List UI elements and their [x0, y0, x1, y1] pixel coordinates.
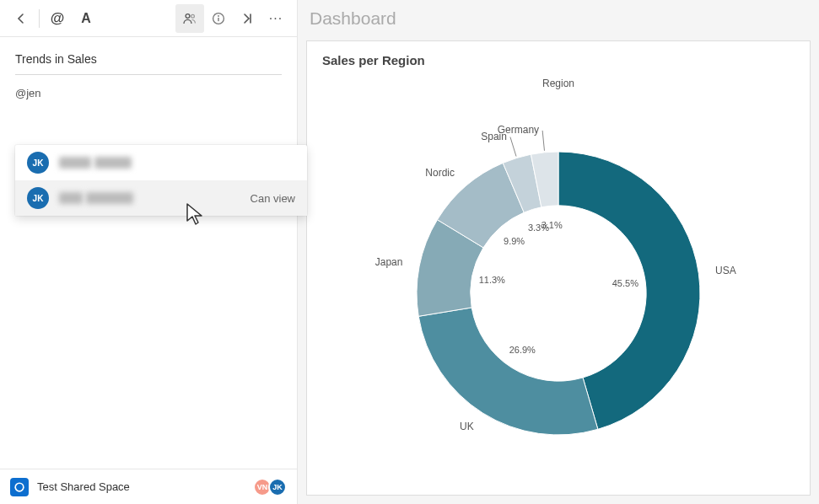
pct-label: 11.3% — [479, 275, 505, 285]
panel-body: Trends in Sales @jen JKJKCan view — [0, 37, 297, 469]
mention-suggestion[interactable]: JKCan view — [15, 180, 307, 216]
back-button[interactable] — [7, 4, 35, 33]
chart-title: Sales per Region — [322, 53, 795, 67]
left-panel: @ A ··· Trends in Sales @jen — [0, 0, 298, 504]
pct-label: 26.9% — [509, 345, 536, 355]
mention-input[interactable]: @jen — [15, 87, 282, 99]
donut-chart[interactable]: 45.5%USA26.9%UK11.3%Japan9.9%Nordic3.3%S… — [322, 74, 795, 470]
mention-suggestion[interactable]: JK — [15, 145, 307, 180]
permission-label: Can view — [251, 192, 295, 205]
chart-segment[interactable] — [418, 308, 598, 435]
people-button[interactable] — [175, 4, 204, 33]
segment-label: Nordic — [425, 167, 455, 179]
left-toolbar: @ A ··· — [0, 0, 297, 37]
skip-end-icon — [241, 13, 253, 24]
segment-label: UK — [460, 421, 474, 432]
mention-button[interactable]: @ — [43, 4, 72, 33]
svg-rect-4 — [218, 18, 218, 21]
space-badge-icon — [13, 481, 25, 493]
svg-point-3 — [218, 15, 219, 17]
chevron-left-icon — [15, 13, 27, 24]
page-title: Dashboard — [298, 0, 819, 37]
pct-label: 9.9% — [504, 236, 525, 246]
svg-point-1 — [191, 14, 195, 18]
right-panel: Dashboard Sales per Region Region 45.5%U… — [298, 0, 819, 504]
pct-label: 3.1% — [542, 220, 563, 230]
chart-card: Sales per Region Region 45.5%USA26.9%UK1… — [306, 40, 811, 496]
avatar: JK — [27, 152, 49, 174]
svg-point-0 — [186, 13, 190, 18]
footer: Test Shared Space VNJK — [0, 469, 297, 504]
segment-label: Germany — [498, 124, 539, 136]
more-button[interactable]: ··· — [261, 4, 290, 33]
suggestion-name-redacted — [59, 192, 251, 204]
space-icon[interactable] — [10, 478, 29, 496]
pct-label: 45.5% — [612, 278, 638, 288]
leader-line — [542, 131, 544, 151]
toolbar-separator — [39, 9, 40, 28]
skip-button[interactable] — [233, 4, 261, 33]
avatar: JK — [27, 187, 49, 209]
panel-title: Trends in Sales — [15, 52, 282, 75]
info-button[interactable] — [204, 4, 233, 33]
legend-title: Region — [542, 78, 574, 89]
segment-label: Japan — [375, 256, 403, 268]
people-icon — [182, 11, 197, 26]
footer-avatars: VNJK — [256, 478, 287, 496]
space-name[interactable]: Test Shared Space — [37, 480, 256, 493]
mention-dropdown: JKJKCan view — [15, 145, 307, 216]
avatar[interactable]: JK — [268, 478, 287, 496]
segment-label: USA — [715, 265, 736, 276]
format-button[interactable]: A — [72, 4, 100, 33]
suggestion-name-redacted — [59, 157, 295, 169]
leader-line — [510, 137, 516, 157]
info-icon — [212, 12, 225, 25]
chart-area[interactable]: Region 45.5%USA26.9%UK11.3%Japan9.9%Nord… — [322, 74, 795, 483]
